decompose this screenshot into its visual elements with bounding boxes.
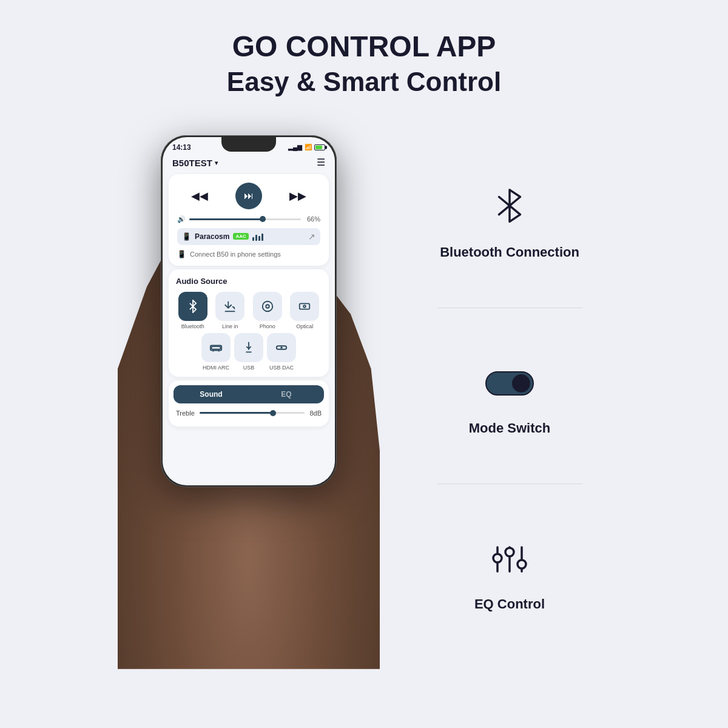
status-time: 14:13 [172, 143, 191, 152]
app-name[interactable]: B50TEST ▾ [172, 158, 218, 168]
bluetooth-icon [482, 180, 537, 235]
audio-source-card: Audio Source Bluetooth [169, 269, 329, 377]
divider-2 [437, 484, 582, 484]
source-item-bluetooth[interactable]: Bluetooth [176, 292, 210, 329]
app-nav: B50TEST ▾ ☰ [163, 155, 335, 172]
volume-row: 🔊 66% [177, 215, 320, 223]
source-btn-optical[interactable] [290, 292, 319, 321]
source-label-optical: Optical [296, 323, 313, 329]
phone-frame: 14:13 ▂▄▆ 📶 B [161, 135, 337, 487]
treble-track[interactable] [200, 412, 305, 414]
feature-bluetooth-label: Bluetooth Connection [440, 244, 579, 260]
eq-bar-1 [252, 237, 254, 241]
app-name-text: B50TEST [172, 158, 212, 168]
eq-bars-animation [252, 232, 263, 241]
play-icon: ⏭ [244, 190, 254, 201]
source-btn-phono[interactable] [253, 292, 282, 321]
link-icon: ↗ [308, 232, 315, 241]
volume-thumb [260, 216, 266, 222]
player-card: ◀◀ ⏭ ▶▶ 🔊 [169, 174, 329, 266]
source-label-hdmi: HDMI ARC [203, 365, 229, 371]
svg-point-4 [303, 305, 306, 308]
fast-forward-button[interactable]: ▶▶ [289, 189, 306, 203]
connect-text: Connect B50 in phone settings [190, 251, 281, 258]
features-panel: Bluetooth Connection Mode Switch [394, 153, 625, 639]
battery-fill [315, 146, 322, 149]
chevron-down-icon: ▾ [215, 160, 218, 166]
status-icons: ▂▄▆ 📶 [288, 144, 325, 150]
phone-container: 14:13 ▂▄▆ 📶 B [103, 123, 394, 669]
source-btn-linein[interactable] [215, 292, 244, 321]
source-label-usb: USB [243, 365, 255, 371]
treble-fill [200, 412, 274, 414]
rewind-button[interactable]: ◀◀ [191, 189, 208, 203]
sound-card: Sound EQ Treble 8dB [169, 380, 329, 426]
source-name: Paracosm [195, 232, 229, 241]
page-title: GO CONTROL APP [227, 29, 501, 64]
feature-bluetooth: Bluetooth Connection [419, 180, 601, 260]
active-source-row[interactable]: 📱 Paracosm AAC ↗ [177, 228, 320, 245]
eq-bar-2 [255, 235, 257, 241]
svg-point-8 [281, 347, 282, 348]
toggle-knob [512, 374, 530, 393]
source-item-phono[interactable]: Phono [251, 292, 285, 329]
source-btn-usb[interactable] [234, 333, 263, 362]
source-item-usb[interactable]: USB [234, 333, 263, 371]
eq-control-icon [482, 532, 537, 587]
phone-screen: 14:13 ▂▄▆ 📶 B [163, 137, 335, 485]
source-btn-usbdac[interactable] [267, 333, 296, 362]
toggle-switch[interactable] [485, 371, 534, 396]
phone-wrapper: 14:13 ▂▄▆ 📶 B [161, 135, 337, 657]
volume-percent: 66% [305, 215, 320, 223]
source-label-usbdac: USB DAC [269, 365, 294, 371]
battery-icon [314, 144, 325, 150]
mode-switch-icon[interactable] [482, 356, 537, 411]
eq-bar-4 [261, 234, 263, 241]
treble-value: 8dB [309, 410, 322, 417]
source-item-linein[interactable]: Line in [214, 292, 248, 329]
tab-eq[interactable]: EQ [249, 385, 324, 403]
page-subtitle: Easy & Smart Control [227, 64, 501, 99]
sound-tabs: Sound EQ [174, 385, 324, 403]
source-grid-row2: HDMI ARC USB [176, 333, 322, 371]
signal-icon: ▂▄▆ [288, 144, 302, 150]
treble-row: Treble 8dB [176, 410, 322, 417]
sound-content: Treble 8dB [169, 403, 329, 426]
aac-badge: AAC [233, 233, 248, 240]
phone-device-icon: 📱 [182, 232, 191, 241]
play-pause-button[interactable]: ⏭ [235, 183, 262, 209]
feature-eq-label: EQ Control [474, 596, 545, 612]
phone-notch [221, 137, 276, 152]
source-item-optical[interactable]: Optical [288, 292, 322, 329]
page-header: GO CONTROL APP Easy & Smart Control [227, 29, 501, 99]
tab-sound[interactable]: Sound [174, 385, 249, 403]
treble-thumb [270, 410, 276, 416]
connect-phone-icon: 📱 [177, 250, 186, 258]
volume-track[interactable] [189, 218, 301, 220]
svg-rect-3 [300, 303, 310, 309]
source-btn-hdmi[interactable] [201, 333, 231, 362]
source-item-usbdac[interactable]: USB DAC [267, 333, 296, 371]
wifi-icon: 📶 [305, 144, 312, 150]
svg-point-2 [266, 305, 269, 308]
treble-label: Treble [176, 410, 195, 417]
hamburger-menu-icon[interactable]: ☰ [317, 158, 325, 167]
svg-point-12 [505, 548, 514, 556]
connect-row: 📱 Connect B50 in phone settings [177, 249, 320, 260]
source-item-hdmi[interactable]: HDMI ARC [201, 333, 231, 371]
audio-source-title: Audio Source [176, 277, 322, 286]
hand-area: 14:13 ▂▄▆ 📶 B [103, 123, 394, 669]
source-label-phono: Phono [260, 323, 275, 329]
svg-point-14 [517, 560, 526, 568]
divider-1 [437, 308, 582, 308]
feature-eq-control: EQ Control [419, 532, 601, 612]
svg-rect-6 [212, 346, 221, 349]
source-label-bluetooth: Bluetooth [181, 323, 204, 329]
svg-point-1 [263, 302, 273, 312]
feature-mode-switch: Mode Switch [419, 356, 601, 436]
feature-mode-switch-label: Mode Switch [469, 420, 550, 436]
volume-icon: 🔊 [177, 215, 186, 223]
source-btn-bluetooth[interactable] [178, 292, 207, 321]
eq-bar-3 [258, 236, 260, 241]
main-content: 14:13 ▂▄▆ 📶 B [0, 123, 728, 669]
